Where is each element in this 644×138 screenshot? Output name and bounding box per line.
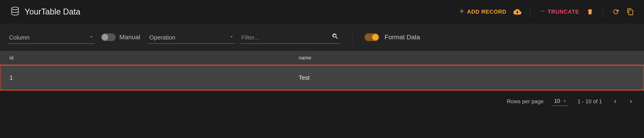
column-select[interactable]: Column bbox=[8, 31, 95, 44]
manual-toggle-group: Manual bbox=[101, 33, 140, 41]
add-record-label: ADD RECORD bbox=[467, 9, 506, 15]
header-actions: ADD RECORD TRUNCATE bbox=[458, 6, 635, 17]
table-row[interactable]: 1Test bbox=[0, 65, 644, 90]
manual-toggle[interactable] bbox=[101, 33, 116, 41]
chevron-down-icon bbox=[89, 34, 94, 41]
minus-icon bbox=[540, 8, 546, 15]
rows-per-page-select[interactable]: 10 bbox=[553, 97, 568, 106]
column-select-label: Column bbox=[9, 34, 30, 41]
filter-divider bbox=[352, 29, 353, 45]
delete-button[interactable] bbox=[586, 7, 594, 16]
truncate-label: TRUNCATE bbox=[548, 9, 579, 15]
operation-select-label: Operation bbox=[150, 34, 175, 41]
manual-label: Manual bbox=[119, 34, 140, 41]
filter-bar: Column Manual Operation Format Data bbox=[0, 24, 644, 51]
plus-icon bbox=[459, 8, 465, 15]
rows-per-page-label: Rows per page bbox=[507, 98, 544, 105]
rows-per-page-value: 10 bbox=[554, 98, 560, 104]
chevron-down-icon bbox=[229, 34, 234, 41]
copy-button[interactable] bbox=[626, 7, 635, 16]
column-header-name[interactable]: name bbox=[299, 55, 634, 61]
filter-input[interactable] bbox=[240, 31, 327, 43]
operation-select[interactable]: Operation bbox=[148, 31, 235, 44]
chevron-down-icon bbox=[562, 99, 567, 103]
database-icon bbox=[11, 6, 19, 17]
table-body: 1Test bbox=[0, 65, 644, 90]
header-divider-2 bbox=[603, 6, 603, 17]
svg-point-0 bbox=[12, 7, 18, 10]
page-title: YourTable Data bbox=[24, 7, 80, 17]
download-cloud-button[interactable] bbox=[513, 7, 522, 16]
page-prev-button[interactable] bbox=[611, 98, 618, 105]
data-table: id name 1Test Rows per page 10 1 - 10 of… bbox=[0, 51, 644, 113]
search-icon[interactable] bbox=[327, 31, 341, 43]
format-data-group: Format Data bbox=[364, 33, 420, 41]
pagination-range: 1 - 10 of 1 bbox=[578, 98, 602, 105]
filter-input-wrap bbox=[240, 31, 341, 44]
truncate-button[interactable]: TRUNCATE bbox=[538, 6, 580, 17]
format-data-label: Format Data bbox=[384, 34, 420, 41]
table-footer: Rows per page 10 1 - 10 of 1 bbox=[0, 90, 644, 113]
column-header-id[interactable]: id bbox=[10, 55, 299, 61]
cell-id: 1 bbox=[10, 74, 299, 81]
refresh-button[interactable] bbox=[611, 7, 620, 16]
add-record-button[interactable]: ADD RECORD bbox=[458, 6, 507, 17]
format-data-toggle[interactable] bbox=[364, 33, 379, 41]
page-next-button[interactable] bbox=[628, 98, 635, 105]
header-bar: YourTable Data ADD RECORD TRUNCATE bbox=[0, 0, 644, 24]
table-header: id name bbox=[0, 51, 644, 65]
cell-name: Test bbox=[299, 74, 634, 81]
